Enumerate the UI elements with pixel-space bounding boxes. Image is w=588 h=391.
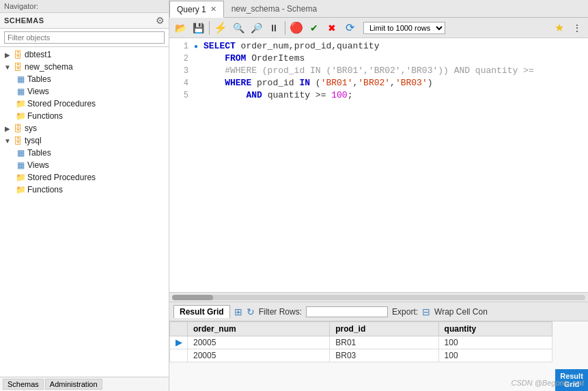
tree-item-new-schema-tables[interactable]: ▦ Tables [0, 73, 169, 85]
save-btn[interactable]: 💾 [190, 20, 206, 36]
arrow-tysql: ▼ [3, 137, 12, 145]
hscroll-thumb [172, 295, 213, 300]
limit-select[interactable]: Limit to 1000 rows No Limit Limit to 500… [363, 22, 445, 34]
more-btn[interactable]: ⋮ [569, 20, 585, 36]
col-quantity: quantity [438, 322, 552, 336]
db-icon-sys: 🗄 [12, 123, 23, 134]
tree-item-tysql-tables[interactable]: ▦ Tables [0, 147, 169, 159]
code-content: AND quantity >= 100; [204, 90, 352, 100]
refresh-btn[interactable]: ⟳ [341, 20, 358, 36]
table-icon: ▦ [15, 74, 26, 85]
arrow-new-schema: ▼ [3, 63, 12, 71]
tree-item-tysql-views[interactable]: ▦ Views [0, 159, 169, 171]
col-arrow-header [170, 322, 188, 336]
tab-query1[interactable]: Query 1 ✕ [169, 1, 224, 18]
result-grid-tab[interactable]: Result Grid [173, 305, 230, 318]
code-line-5: 5 AND quantity >= 100; [169, 90, 588, 102]
tree-item-tysql[interactable]: ▼ 🗄 tysql [0, 134, 169, 147]
sep2 [285, 21, 285, 35]
explain-btn[interactable]: 🔍 [230, 20, 247, 36]
cancel-exec-btn[interactable]: ✖ [324, 20, 340, 36]
code-editor[interactable]: 1●SELECT order_num,prod_id,quantity2 FRO… [169, 38, 588, 293]
line-num: 4 [172, 78, 188, 88]
table-icon-2: ▦ [15, 147, 26, 158]
tab-bar: Query 1 ✕ new_schema - Schema [169, 0, 588, 18]
schema-tree: ▶ 🗄 dbtest1 ▼ 🗄 new_schema ▦ Tables ▦ Vi… [0, 47, 169, 377]
label-tysql: tysql [25, 136, 42, 145]
tree-item-tysql-sp[interactable]: 📁 Stored Procedures [0, 171, 169, 184]
tab-query1-close[interactable]: ✕ [210, 5, 216, 14]
commit-btn[interactable]: 🔴 [288, 20, 305, 36]
manage-icon[interactable]: ⚙ [156, 15, 165, 26]
result-panel: Result Grid ⊞ ↻ Filter Rows: Export: ⊟ W… [169, 302, 588, 391]
exec-dot: ● [194, 43, 198, 50]
stop-btn[interactable]: ⏸ [266, 20, 282, 36]
admin-tab[interactable]: Administration [45, 379, 102, 390]
schemas-tab[interactable]: Schemas [3, 379, 44, 390]
hscroll[interactable] [169, 293, 588, 302]
table-row[interactable]: ▶20005BR01100 [170, 336, 552, 349]
cell-prod_id: BR01 [330, 336, 438, 349]
result-header-row: order_num prod_id quantity [170, 322, 552, 336]
tree-item-new-schema-fn[interactable]: 📁 Functions [0, 110, 169, 122]
watermark: CSDN @Begonia_cat [511, 379, 584, 387]
open-file-btn[interactable]: 📂 [172, 20, 188, 36]
result-table-container: order_num prod_id quantity ▶20005BR01100… [169, 321, 588, 362]
tree-item-dbtest1[interactable]: ▶ 🗄 dbtest1 [0, 48, 169, 61]
views-icon-2: ▦ [15, 160, 26, 171]
code-content: WHERE prod_id IN ('BR01','BR02','BR03') [204, 78, 433, 88]
label-tables-2: Tables [27, 148, 51, 158]
table-row[interactable]: 20005BR03100 [170, 349, 552, 362]
tree-item-sys[interactable]: ▶ 🗄 sys [0, 122, 169, 134]
line-num: 3 [172, 66, 188, 76]
wrap-label: Wrap Cell Con [434, 307, 488, 317]
code-content: SELECT order_num,prod_id,quantity [204, 41, 379, 51]
tab-schema-label: new_schema - Schema [232, 4, 317, 14]
line-num: 2 [172, 54, 188, 63]
code-line-2: 2 FROM OrderItems [169, 53, 588, 66]
row-arrow-cell: ▶ [170, 336, 188, 349]
content-area: Query 1 ✕ new_schema - Schema 📂 💾 ⚡ 🔍 🔎 … [169, 0, 588, 391]
filter-rows-input[interactable] [306, 306, 388, 317]
fn-icon-2: 📁 [15, 184, 26, 195]
tab-query1-label: Query 1 [177, 5, 206, 14]
navigator-title: Navigator: [0, 0, 169, 13]
result-toolbar: Result Grid ⊞ ↻ Filter Rows: Export: ⊟ W… [169, 302, 588, 321]
check-btn[interactable]: ✔ [306, 20, 322, 36]
arrow-sys: ▶ [3, 125, 12, 132]
limit-row: Limit to 1000 rows No Limit Limit to 500… [363, 22, 445, 34]
hscroll-track [172, 295, 585, 300]
label-fn-2: Functions [27, 185, 63, 194]
col-prod-id: prod_id [330, 322, 438, 336]
sidebar-bottom-tabs: Schemas Administration [0, 377, 169, 391]
label-views-1: Views [27, 87, 49, 96]
schemas-label: SCHEMAS [4, 16, 44, 25]
execute-btn[interactable]: ⚡ [212, 20, 229, 36]
label-views-2: Views [27, 160, 49, 170]
line-num: 1 [172, 42, 188, 51]
cell-order_num: 20005 [188, 336, 330, 349]
sep1 [209, 21, 210, 35]
grid-icon[interactable]: ⊞ [234, 306, 242, 317]
tree-item-new-schema-views[interactable]: ▦ Views [0, 85, 169, 98]
filter-input[interactable] [4, 31, 165, 44]
arrow-dbtest1: ▶ [3, 51, 12, 59]
navigator-sidebar: Navigator: SCHEMAS ⚙ ▶ 🗄 dbtest1 ▼ 🗄 new… [0, 0, 169, 391]
editor-toolbar: 📂 💾 ⚡ 🔍 🔎 ⏸ 🔴 ✔ ✖ ⟳ Limit to 1000 rows N… [169, 18, 588, 38]
tree-item-new-schema[interactable]: ▼ 🗄 new_schema [0, 61, 169, 73]
label-sp-1: Stored Procedures [27, 99, 96, 108]
cell-prod_id: BR03 [330, 349, 438, 362]
refresh-result-icon[interactable]: ↻ [247, 306, 255, 317]
favorite-btn[interactable]: ★ [551, 20, 568, 36]
row-arrow-cell [170, 349, 188, 362]
label-dbtest1: dbtest1 [25, 50, 51, 59]
tab-schema[interactable]: new_schema - Schema [225, 0, 324, 17]
search-btn[interactable]: 🔎 [248, 20, 264, 36]
cell-quantity: 100 [438, 336, 552, 349]
export-icon[interactable]: ⊟ [422, 306, 430, 317]
code-line-1: 1●SELECT order_num,prod_id,quantity [169, 41, 588, 53]
sp-icon-1: 📁 [15, 98, 26, 109]
tree-item-new-schema-sp[interactable]: 📁 Stored Procedures [0, 98, 169, 110]
tree-item-tysql-fn[interactable]: 📁 Functions [0, 184, 169, 196]
label-new-schema: new_schema [25, 62, 73, 72]
